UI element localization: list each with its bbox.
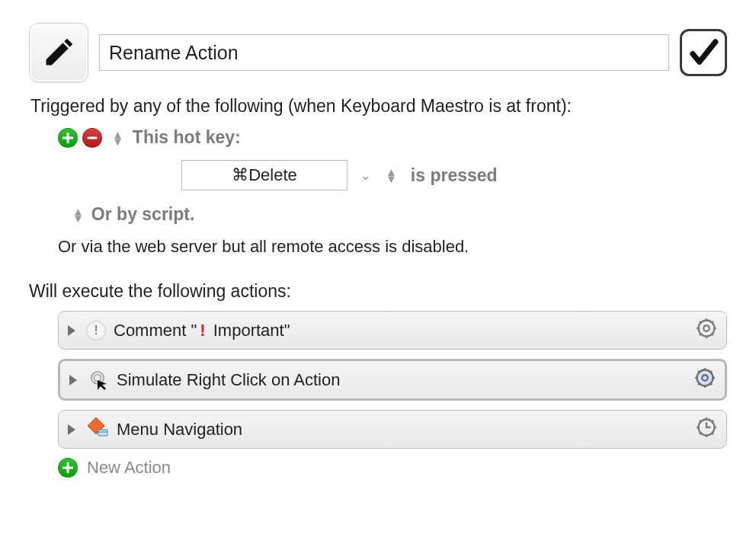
comment-icon: !: [86, 321, 106, 341]
web-server-note: Or via the web server but all remote acc…: [58, 237, 727, 257]
new-action-label: New Action: [87, 458, 171, 478]
action-title: Menu Navigation: [117, 420, 688, 440]
plus-icon: [62, 462, 73, 473]
disclosure-triangle-icon[interactable]: [69, 375, 77, 385]
plus-icon: [62, 133, 73, 143]
trigger-intro-text: Triggered by any of the following (when …: [30, 96, 727, 117]
action-title-post: Important": [209, 321, 290, 340]
script-label: Or by script.: [91, 204, 194, 225]
enabled-toggle[interactable]: [680, 29, 727, 76]
macro-name-input[interactable]: [99, 34, 669, 71]
edit-macro-button[interactable]: [29, 23, 88, 82]
action-row-menu-navigation[interactable]: Menu Navigation: [58, 410, 727, 449]
minus-icon: [87, 133, 98, 143]
disclosure-triangle-icon[interactable]: [68, 325, 75, 336]
actions-header: Will execute the following actions:: [29, 281, 727, 302]
svg-point-9: [703, 325, 709, 331]
trigger-type-stepper[interactable]: ▲▼: [112, 131, 123, 145]
action-menu-button[interactable]: [694, 367, 716, 392]
action-menu-button[interactable]: [696, 417, 717, 442]
pencil-icon: [42, 36, 75, 69]
script-option-stepper[interactable]: ▲▼: [72, 208, 83, 222]
hotkey-field[interactable]: ⌘Delete: [181, 160, 348, 190]
new-action-button[interactable]: [58, 458, 78, 478]
disclosure-triangle-icon[interactable]: [68, 424, 75, 435]
svg-rect-24: [98, 430, 107, 436]
svg-point-22: [702, 375, 707, 380]
action-title: Simulate Right Click on Action: [117, 370, 687, 390]
condition-stepper[interactable]: ▲▼: [386, 168, 396, 182]
click-target-icon: [88, 369, 109, 391]
action-row-simulate-click[interactable]: Simulate Right Click on Action: [58, 359, 727, 401]
action-menu-button[interactable]: [696, 318, 717, 343]
hotkey-label: This hot key:: [133, 127, 241, 148]
checkmark-icon: [687, 37, 719, 69]
action-row-comment[interactable]: ! Comment "! Important": [58, 311, 727, 350]
menu-navigation-icon: [86, 417, 109, 442]
gear-icon: [696, 318, 717, 339]
action-title-pre: Comment ": [114, 321, 197, 340]
remove-trigger-button[interactable]: [82, 128, 102, 148]
gear-icon: [694, 367, 716, 389]
red-exclamation-icon: !: [197, 321, 208, 340]
hotkey-options-dropdown[interactable]: ⌄: [360, 167, 371, 184]
gear-clock-icon: [696, 417, 717, 438]
action-title: Comment "! Important": [114, 321, 688, 341]
condition-label: is pressed: [411, 165, 498, 186]
add-trigger-button[interactable]: [58, 128, 78, 148]
